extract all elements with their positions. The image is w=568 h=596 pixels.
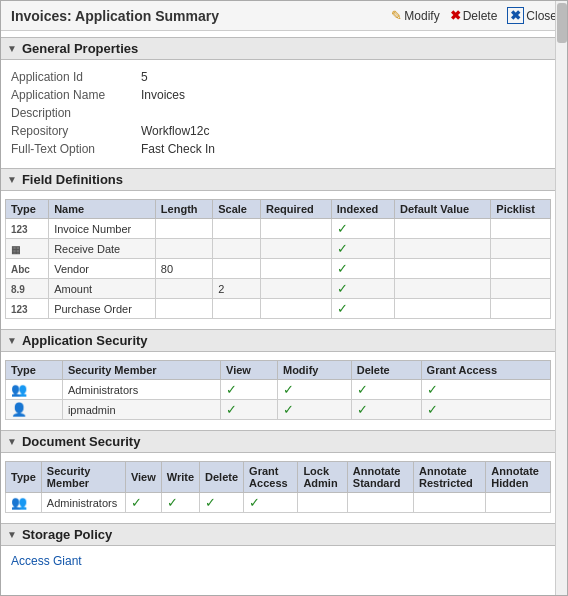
header-actions: ✎ Modify ✖ Delete ✖ Close (391, 7, 557, 24)
ds-col-type: Type (6, 462, 42, 493)
check-icon: ✓ (167, 495, 178, 510)
prop-row-repo: Repository Workflow12c (11, 122, 545, 140)
prop-label-fto: Full-Text Option (11, 142, 141, 156)
fd-name: Amount (49, 279, 156, 299)
scrollbar[interactable] (555, 1, 567, 595)
table-row: 8.9 Amount 2 ✓ (6, 279, 551, 299)
fd-picklist (491, 239, 551, 259)
group-icon: 👥 (11, 495, 27, 510)
check-icon: ✓ (427, 402, 438, 417)
field-definitions-header: ▼ Field Definitions (1, 168, 555, 191)
table-row: 👥 Administrators ✓ ✓ ✓ ✓ (6, 380, 551, 400)
check-icon: ✓ (337, 241, 348, 256)
fd-col-indexed: Indexed (331, 200, 394, 219)
ds-lock (298, 493, 347, 513)
as-modify: ✓ (277, 380, 351, 400)
check-icon: ✓ (357, 382, 368, 397)
ds-delete: ✓ (200, 493, 244, 513)
fd-length (155, 219, 212, 239)
ds-header-row: Type Security Member View Write Delete G… (6, 462, 551, 493)
as-view: ✓ (221, 380, 278, 400)
x-icon: ✖ (450, 8, 461, 23)
fd-indexed: ✓ (331, 279, 394, 299)
fd-col-length: Length (155, 200, 212, 219)
fd-type: 123 (6, 299, 49, 319)
app-security-header: ▼ Application Security (1, 329, 555, 352)
delete-button[interactable]: ✖ Delete (450, 8, 498, 23)
ds-member: Administrators (41, 493, 125, 513)
as-col-grant: Grant Access (421, 361, 550, 380)
ds-col-ann-std: Annotate Standard (347, 462, 413, 493)
fd-picklist (491, 299, 551, 319)
prop-label-appname: Application Name (11, 88, 141, 102)
triangle-icon-sp: ▼ (7, 529, 17, 540)
fd-picklist (491, 279, 551, 299)
app-security-title: Application Security (22, 333, 148, 348)
ds-col-grant: Grant Access (244, 462, 298, 493)
check-icon: ✓ (283, 402, 294, 417)
table-row: 👥 Administrators ✓ ✓ ✓ ✓ (6, 493, 551, 513)
table-row: ▦ Receive Date ✓ (6, 239, 551, 259)
fd-col-type: Type (6, 200, 49, 219)
fd-type: 8.9 (6, 279, 49, 299)
check-icon: ✓ (205, 495, 216, 510)
general-properties-grid: Application Id 5 Application Name Invoic… (1, 64, 555, 162)
as-modify: ✓ (277, 400, 351, 420)
check-icon: ✓ (337, 221, 348, 236)
as-grant: ✓ (421, 400, 550, 420)
ds-type: 👥 (6, 493, 42, 513)
general-properties-header: ▼ General Properties (1, 37, 555, 60)
page-title: Invoices: Application Summary (11, 8, 219, 24)
fd-length: 80 (155, 259, 212, 279)
fd-scale (213, 239, 261, 259)
as-delete: ✓ (351, 400, 421, 420)
scrollbar-thumb[interactable] (557, 3, 567, 43)
fd-col-name: Name (49, 200, 156, 219)
doc-security-table: Type Security Member View Write Delete G… (5, 461, 551, 513)
table-row: 123 Purchase Order ✓ (6, 299, 551, 319)
ds-col-delete: Delete (200, 462, 244, 493)
triangle-icon-fd: ▼ (7, 174, 17, 185)
close-icon: ✖ (507, 7, 524, 24)
general-properties-title: General Properties (22, 41, 138, 56)
as-type: 👥 (6, 380, 63, 400)
fd-type: ▦ (6, 239, 49, 259)
as-member: Administrators (62, 380, 220, 400)
fd-length (155, 279, 212, 299)
fd-indexed: ✓ (331, 239, 394, 259)
fd-name: Purchase Order (49, 299, 156, 319)
fd-type: Abc (6, 259, 49, 279)
prop-row-fto: Full-Text Option Fast Check In (11, 140, 545, 158)
fd-picklist (491, 219, 551, 239)
field-definitions-table: Type Name Length Scale Required Indexed … (5, 199, 551, 319)
prop-label-appid: Application Id (11, 70, 141, 84)
table-row: 👤 ipmadmin ✓ ✓ ✓ ✓ (6, 400, 551, 420)
doc-security-header: ▼ Document Security (1, 430, 555, 453)
as-view: ✓ (221, 400, 278, 420)
access-giant-label: Access Giant (1, 550, 555, 572)
prop-row-desc: Description (11, 104, 545, 122)
fd-scale (213, 299, 261, 319)
ds-col-ann-res: Annotate Restricted (414, 462, 486, 493)
modify-label: Modify (404, 9, 439, 23)
fd-col-picklist: Picklist (491, 200, 551, 219)
prop-row-appname: Application Name Invoices (11, 86, 545, 104)
fd-length (155, 299, 212, 319)
modify-button[interactable]: ✎ Modify (391, 8, 439, 23)
as-col-delete: Delete (351, 361, 421, 380)
ds-col-ann-hid: Annotate Hidden (486, 462, 551, 493)
prop-row-appid: Application Id 5 (11, 68, 545, 86)
fd-required (261, 299, 332, 319)
as-type: 👤 (6, 400, 63, 420)
check-icon: ✓ (427, 382, 438, 397)
ds-ann-std (347, 493, 413, 513)
close-button[interactable]: ✖ Close (507, 7, 557, 24)
table-row: Abc Vendor 80 ✓ (6, 259, 551, 279)
ds-col-view: View (125, 462, 161, 493)
fd-required (261, 219, 332, 239)
ds-write: ✓ (161, 493, 199, 513)
page-container: Invoices: Application Summary ✎ Modify ✖… (0, 0, 568, 596)
delete-label: Delete (463, 9, 498, 23)
fd-default (394, 239, 490, 259)
storage-policy-header: ▼ Storage Policy (1, 523, 555, 546)
